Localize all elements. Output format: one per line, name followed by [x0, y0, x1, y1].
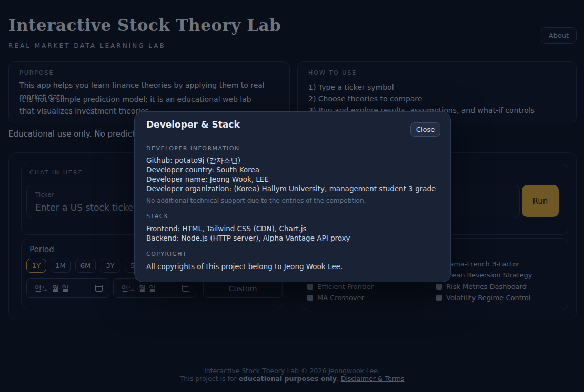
developer-country: Developer country: South Korea — [146, 166, 259, 174]
modal-title: Developer & Stack — [146, 119, 240, 130]
developer-stack-modal: Developer & Stack Close DEVELOPER INFORM… — [134, 111, 451, 282]
stack-frontend: Frontend: HTML, Tailwind CSS (CDN), Char… — [146, 224, 307, 233]
app-window: Interactive Stock Theory Lab REAL MARKET… — [0, 0, 584, 392]
support-note: No additional technical support due to t… — [146, 197, 366, 204]
stack-backend: Backend: Node.js (HTTP server), Alpha Va… — [146, 234, 350, 242]
copyright-line: All copyrights of this project belong to… — [146, 262, 343, 271]
stack-label: STACK — [146, 213, 169, 220]
developer-info-label: DEVELOPER INFORMATION — [146, 145, 240, 152]
developer-github: Github: potato9j (감자소년) — [146, 156, 240, 166]
copyright-label: COPYRIGHT — [146, 251, 187, 257]
close-button[interactable]: Close — [410, 122, 440, 137]
developer-name: Developer name: Jeong Wook, LEE — [146, 175, 269, 183]
developer-organization: Developer organization: (Korea) Hallym U… — [146, 184, 436, 193]
